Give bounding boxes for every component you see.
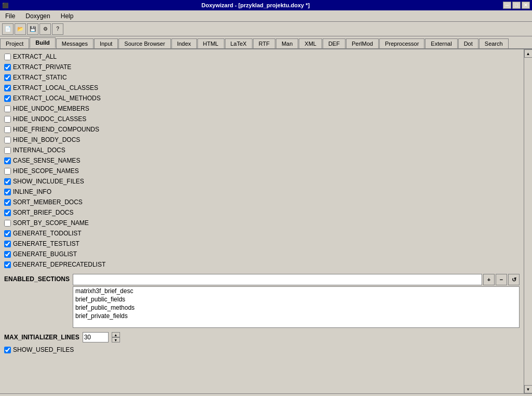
tab-messages[interactable]: Messages <box>56 38 94 48</box>
checkbox-row-extract_local_methods: EXTRACT_LOCAL_METHODS <box>4 93 520 103</box>
save-button[interactable]: 💾 <box>27 23 38 35</box>
checkbox-row-sort_by_scope_name: SORT_BY_SCOPE_NAME <box>4 218 520 228</box>
tab-perlmod[interactable]: PerlMod <box>346 38 379 48</box>
toolbar: 📄 📂 💾 ⚙ ? <box>0 22 532 36</box>
label-extract_private: EXTRACT_PRIVATE <box>13 63 71 71</box>
close-button[interactable]: ✕ <box>522 2 530 9</box>
scroll-down-arrow[interactable]: ▼ <box>524 385 533 393</box>
tab-def[interactable]: DEF <box>323 38 345 48</box>
checkbox-extract_all[interactable] <box>4 54 11 60</box>
tab-preprocessor[interactable]: Preprocessor <box>379 38 424 48</box>
checkbox-extract_private[interactable] <box>4 64 11 71</box>
checkbox-extract_local_classes[interactable] <box>4 85 11 91</box>
checkbox-row-extract_static: EXTRACT_STATIC <box>4 72 520 83</box>
checkbox-hide_undoc_members[interactable] <box>4 105 11 112</box>
checkbox-hide_friend_compounds[interactable] <box>4 126 11 133</box>
spinner-controls: ▲ ▼ <box>112 332 120 342</box>
tab-external[interactable]: External <box>425 38 457 48</box>
checkbox-row-extract_all: EXTRACT_ALL <box>4 51 520 62</box>
label-hide_undoc_members: HIDE_UNDOC_MEMBERS <box>13 105 89 112</box>
tab-source-browser[interactable]: Source Browser <box>118 38 170 48</box>
label-extract_static: EXTRACT_STATIC <box>13 74 67 81</box>
checkbox-row-hide_in_body_docs: HIDE_IN_BODY_DOCS <box>4 135 520 145</box>
checkbox-generate_deprecatedlist[interactable] <box>4 261 11 268</box>
tab-dot[interactable]: Dot <box>458 38 478 48</box>
scroll-panel[interactable]: EXTRACT_ALLEXTRACT_PRIVATEEXTRACT_STATIC… <box>0 49 524 393</box>
checkbox-generate_buglist[interactable] <box>4 251 11 258</box>
label-generate_todolist: GENERATE_TODOLIST <box>13 230 82 237</box>
label-extract_all: EXTRACT_ALL <box>13 53 57 60</box>
label-internal_docs: INTERNAL_DOCS <box>13 147 65 154</box>
maximize-button[interactable]: □ <box>512 2 521 9</box>
label-generate_deprecatedlist: GENERATE_DEPRECATEDLIST <box>13 261 105 268</box>
tabs-bar: Project Build Messages Input Source Brow… <box>0 36 532 49</box>
checkbox-extract_static[interactable] <box>4 74 11 81</box>
checkbox-hide_scope_names[interactable] <box>4 168 11 175</box>
tab-xml[interactable]: XML <box>299 38 322 48</box>
checkbox-hide_undoc_classes[interactable] <box>4 116 11 123</box>
checkbox-row-generate_deprecatedlist: GENERATE_DEPRECATEDLIST <box>4 259 520 270</box>
add-section-button[interactable]: + <box>483 274 495 285</box>
menu-help[interactable]: Help <box>58 11 77 21</box>
minimize-button[interactable]: ─ <box>503 2 511 9</box>
checkbox-row-show_include_files: SHOW_INCLUDE_FILES <box>4 176 520 187</box>
section-item[interactable]: brief_public_fields <box>73 295 519 303</box>
label-hide_scope_names: HIDE_SCOPE_NAMES <box>13 167 79 175</box>
label-show_include_files: SHOW_INCLUDE_FILES <box>13 178 84 185</box>
section-item[interactable]: brief_public_methods <box>73 303 519 312</box>
tab-index[interactable]: Index <box>171 38 197 48</box>
tab-search[interactable]: Search <box>479 38 509 48</box>
tab-project[interactable]: Project <box>0 38 29 48</box>
tab-input[interactable]: Input <box>94 38 118 48</box>
checkbox-sort_member_docs[interactable] <box>4 199 11 206</box>
checkbox-row-hide_scope_names: HIDE_SCOPE_NAMES <box>4 166 520 176</box>
checkbox-case_sense_names[interactable] <box>4 157 11 164</box>
new-button[interactable]: 📄 <box>2 23 14 35</box>
tab-man[interactable]: Man <box>276 38 298 48</box>
enabled-sections-list[interactable]: matrixh3f_brief_descbrief_public_fieldsb… <box>73 286 520 328</box>
section-item[interactable]: brief_private_fields <box>73 312 519 320</box>
label-sort_member_docs: SORT_MEMBER_DOCS <box>13 199 83 206</box>
checkbox-row-extract_private: EXTRACT_PRIVATE <box>4 62 520 72</box>
enabled-sections-input[interactable] <box>73 274 482 285</box>
tab-rtf[interactable]: RTF <box>253 38 275 48</box>
show-used-files-checkbox[interactable] <box>4 347 11 353</box>
tab-build[interactable]: Build <box>30 37 56 48</box>
remove-section-button[interactable]: − <box>496 274 507 285</box>
scroll-up-arrow[interactable]: ▲ <box>524 49 533 58</box>
checkbox-internal_docs[interactable] <box>4 147 11 154</box>
menu-file[interactable]: File <box>2 11 18 21</box>
menu-doxygen[interactable]: Doxygen <box>22 11 53 21</box>
checkbox-hide_in_body_docs[interactable] <box>4 137 11 143</box>
checkbox-row-extract_local_classes: EXTRACT_LOCAL_CLASSES <box>4 83 520 93</box>
label-case_sense_names: CASE_SENSE_NAMES <box>13 157 80 164</box>
checkbox-row-sort_member_docs: SORT_MEMBER_DOCS <box>4 197 520 207</box>
checkbox-show_include_files[interactable] <box>4 178 11 185</box>
checkbox-inline_info[interactable] <box>4 189 11 195</box>
open-button[interactable]: 📂 <box>15 23 26 35</box>
tab-latex[interactable]: LaTeX <box>225 38 252 48</box>
checkbox-extract_local_methods[interactable] <box>4 95 11 102</box>
help-button[interactable]: ? <box>52 23 63 35</box>
label-sort_by_scope_name: SORT_BY_SCOPE_NAME <box>13 219 89 227</box>
label-generate_buglist: GENERATE_BUGLIST <box>13 250 77 258</box>
reset-section-button[interactable]: ↺ <box>508 274 520 285</box>
checkbox-row-generate_buglist: GENERATE_BUGLIST <box>4 249 520 259</box>
app-icon: ⬛ <box>2 3 8 8</box>
scrollbar-right[interactable]: ▲ ▼ <box>524 49 532 393</box>
run-button[interactable]: ⚙ <box>39 23 51 35</box>
tab-html[interactable]: HTML <box>197 38 224 48</box>
checkbox-generate_todolist[interactable] <box>4 230 11 237</box>
spinner-down[interactable]: ▼ <box>112 337 120 342</box>
checkbox-generate_testlist[interactable] <box>4 241 11 247</box>
checkbox-sort_by_scope_name[interactable] <box>4 220 11 227</box>
spinner-up[interactable]: ▲ <box>112 332 120 337</box>
section-item[interactable]: matrixh3f_brief_desc <box>73 287 519 295</box>
window-controls: ─ □ ✕ <box>503 2 530 9</box>
checkbox-row-sort_brief_docs: SORT_BRIEF_DOCS <box>4 207 520 218</box>
checkbox-row-hide_undoc_classes: HIDE_UNDOC_CLASSES <box>4 114 520 124</box>
checkbox-row-hide_friend_compounds: HIDE_FRIEND_COMPOUNDS <box>4 124 520 135</box>
label-sort_brief_docs: SORT_BRIEF_DOCS <box>13 209 73 216</box>
checkbox-sort_brief_docs[interactable] <box>4 209 11 216</box>
max-initializer-input[interactable] <box>83 332 109 342</box>
